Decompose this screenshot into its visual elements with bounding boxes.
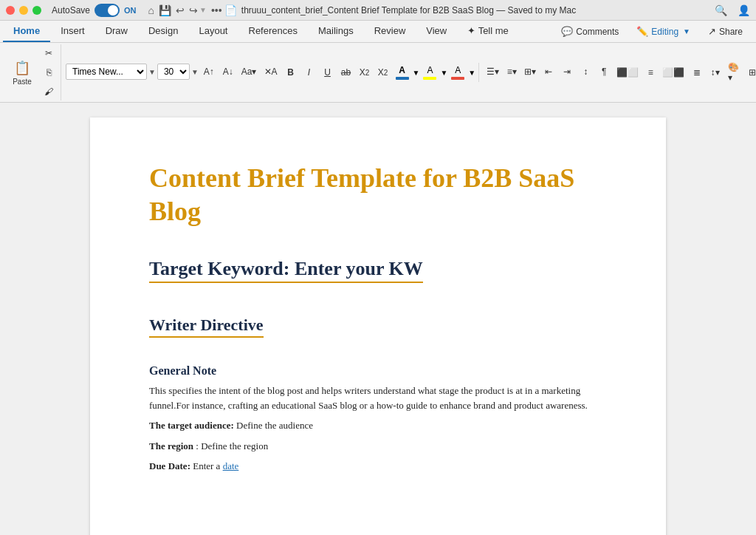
comments-button[interactable]: 💬 Comments xyxy=(554,24,626,38)
text-color-button[interactable]: A xyxy=(448,64,467,81)
toolbar: 📋 Paste ✂ ⎘ 🖌 Times New... ▼ 30 ▼ A↑ xyxy=(0,43,756,103)
show-formatting-button[interactable]: ¶ xyxy=(595,63,613,81)
tab-references[interactable]: References xyxy=(238,21,308,42)
redo-area: ↪ ▼ xyxy=(189,4,207,16)
shading-button[interactable]: 🎨▾ xyxy=(725,64,746,81)
tab-layout[interactable]: Layout xyxy=(188,21,238,42)
share-button[interactable]: ↗ Share xyxy=(701,24,750,38)
paste-button[interactable]: 📋 Paste xyxy=(6,58,38,87)
decrease-indent-button[interactable]: ⇤ xyxy=(540,63,557,81)
align-center-button[interactable]: ≡ xyxy=(642,64,659,81)
traffic-lights[interactable] xyxy=(6,6,41,15)
align-left-button[interactable]: ⬛⬜ xyxy=(614,64,641,81)
numbered-list-button[interactable]: ≡▾ xyxy=(503,63,520,81)
toggle-state: ON xyxy=(124,6,137,15)
maximize-button[interactable] xyxy=(32,6,41,15)
general-note-body[interactable]: This specifies the intent of the blog po… xyxy=(149,384,607,412)
superscript-button[interactable]: X2 xyxy=(374,64,392,81)
undo-icon[interactable]: ↩ xyxy=(176,4,185,16)
increase-indent-button[interactable]: ⇥ xyxy=(558,63,576,81)
font-name-chevron: ▼ xyxy=(148,68,156,76)
region-value[interactable]: : Define the region xyxy=(196,440,268,451)
multilevel-list-button[interactable]: ⊞▾ xyxy=(521,63,539,81)
subscript-button[interactable]: X2 xyxy=(356,64,374,81)
comment-icon: 💬 xyxy=(561,26,573,37)
font-group: Times New... ▼ 30 ▼ A↑ A↓ Aa▾ ✕A B I U xyxy=(63,63,479,82)
paste-group: 📋 Paste ✂ ⎘ 🖌 xyxy=(3,44,61,100)
copy-button[interactable]: ⎘ xyxy=(40,64,58,81)
tab-design[interactable]: Design xyxy=(138,21,188,42)
directive-section: Writer Directive xyxy=(149,316,607,350)
tab-mailings[interactable]: Mailings xyxy=(308,21,364,42)
target-audience-value[interactable]: Define the audience xyxy=(236,420,313,431)
clipboard-sub: ✂ ⎘ 🖌 xyxy=(40,44,58,100)
borders-button[interactable]: ⊞▾ xyxy=(746,64,756,81)
paste-icon: 📋 xyxy=(14,60,30,76)
line-spacing-button[interactable]: ↕▾ xyxy=(707,64,724,81)
font-size-select[interactable]: 30 xyxy=(157,64,190,80)
target-audience-line: The target audience: Define the audience xyxy=(149,418,607,433)
pencil-icon: ✏️ xyxy=(636,26,648,37)
toggle-knob xyxy=(108,5,118,16)
profile-icon[interactable]: 👤 xyxy=(738,4,750,16)
font-size-chevron: ▼ xyxy=(191,68,199,76)
autosave-label: AutoSave xyxy=(52,5,90,16)
decrease-font-button[interactable]: A↓ xyxy=(219,63,237,81)
share-icon: ↗ xyxy=(708,26,716,37)
font-color-button[interactable]: A xyxy=(393,64,412,81)
document-page[interactable]: Content Brief Template for B2B SaaS Blog… xyxy=(90,117,666,535)
font-color-chevron[interactable]: ▼ xyxy=(413,69,420,77)
tab-tell-me[interactable]: ✦ Tell me xyxy=(457,21,519,42)
highlight-button[interactable]: A xyxy=(420,64,439,81)
text-color-chevron[interactable]: ▼ xyxy=(468,69,475,77)
document-area: Content Brief Template for B2B SaaS Blog… xyxy=(0,103,756,535)
minimize-button[interactable] xyxy=(19,6,28,15)
close-button[interactable] xyxy=(6,6,15,15)
search-icon[interactable]: 🔍 xyxy=(715,4,727,16)
autosave-toggle[interactable] xyxy=(94,4,120,17)
change-case-button[interactable]: Aa▾ xyxy=(238,63,260,81)
title-bar: AutoSave ON ⌂ 💾 ↩ ↪ ▼ ••• 📄 thruuu_conte… xyxy=(0,0,756,21)
keyword-heading[interactable]: Target Keyword: Enter your KW xyxy=(149,258,423,283)
editing-button[interactable]: ✏️ Editing ▼ xyxy=(629,24,698,38)
format-painter-button[interactable]: 🖌 xyxy=(40,83,58,100)
due-date-link[interactable]: date xyxy=(223,460,239,471)
due-date-value[interactable]: Enter a xyxy=(193,460,222,471)
highlight-indicator xyxy=(423,77,436,80)
home-icon[interactable]: ⌂ xyxy=(148,4,154,16)
cut-button[interactable]: ✂ xyxy=(40,44,58,62)
more-icon[interactable]: ••• xyxy=(211,4,222,16)
font-name-select[interactable]: Times New... xyxy=(66,64,147,80)
toolbar-row-1: 📋 Paste ✂ ⎘ 🖌 Times New... ▼ 30 ▼ A↑ xyxy=(3,44,753,100)
text-color-indicator xyxy=(451,77,464,80)
autosave-area: AutoSave ON ⌂ 💾 ↩ ↪ ▼ ••• xyxy=(52,4,222,17)
region-label: The region xyxy=(149,440,193,451)
increase-font-button[interactable]: A↑ xyxy=(200,63,218,81)
tab-draw[interactable]: Draw xyxy=(95,21,138,42)
document-title[interactable]: Content Brief Template for B2B SaaS Blog xyxy=(149,162,607,228)
justify-button[interactable]: ≣ xyxy=(688,64,706,81)
tab-insert[interactable]: Insert xyxy=(50,21,95,42)
tab-view[interactable]: View xyxy=(416,21,457,42)
due-date-label: Due Date: xyxy=(149,460,190,471)
highlight-chevron[interactable]: ▼ xyxy=(440,69,447,77)
due-date-line: Due Date: Enter a date xyxy=(149,459,607,474)
clear-format-button[interactable]: ✕A xyxy=(261,63,281,81)
sort-button[interactable]: ↕ xyxy=(577,63,594,81)
bold-button[interactable]: B xyxy=(282,64,300,81)
directive-heading[interactable]: Writer Directive xyxy=(149,316,264,338)
tab-review[interactable]: Review xyxy=(364,21,416,42)
strikethrough-button[interactable]: ab xyxy=(337,64,355,81)
ribbon-tabs: Home Insert Draw Design Layout Reference… xyxy=(0,21,756,43)
title-icons: 🔍 👤 xyxy=(715,4,750,16)
ribbon-right: 💬 Comments ✏️ Editing ▼ ↗ Share xyxy=(554,21,756,42)
undo-btn[interactable]: ↪ xyxy=(189,4,198,16)
bullet-list-button[interactable]: ☰▾ xyxy=(484,63,502,81)
italic-button[interactable]: I xyxy=(300,64,318,81)
underline-button[interactable]: U xyxy=(319,64,337,81)
align-right-button[interactable]: ⬜⬛ xyxy=(660,64,687,81)
save-icon[interactable]: 💾 xyxy=(159,4,171,16)
target-audience-label: The target audience: xyxy=(149,420,234,431)
region-line: The region : Define the region xyxy=(149,439,607,454)
tab-home[interactable]: Home xyxy=(3,21,50,42)
